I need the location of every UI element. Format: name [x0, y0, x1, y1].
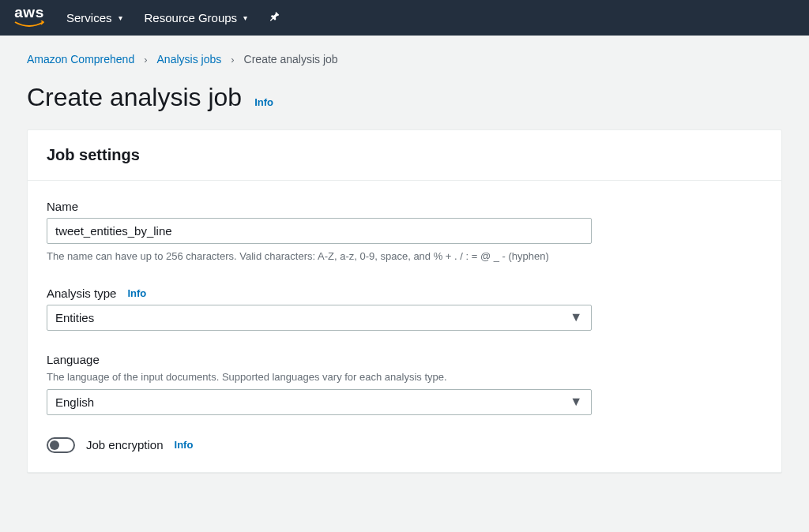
- page-title: Create analysis job: [27, 83, 242, 112]
- name-hint: The name can have up to 256 characters. …: [47, 249, 762, 264]
- job-settings-panel: Job settings Name The name can have up t…: [27, 129, 782, 473]
- analysis-type-info-link[interactable]: Info: [127, 287, 146, 299]
- analysis-type-value[interactable]: Entities: [47, 305, 592, 331]
- breadcrumb-link-comprehend[interactable]: Amazon Comprehend: [27, 53, 134, 66]
- toggle-knob: [50, 440, 59, 450]
- chevron-down-icon: ▾: [119, 13, 122, 22]
- field-name: Name The name can have up to 256 charact…: [47, 200, 762, 264]
- breadcrumb-current: Create analysis job: [244, 53, 338, 66]
- analysis-type-label: Analysis type: [47, 287, 116, 300]
- language-desc: The language of the input documents. Sup…: [47, 371, 762, 383]
- analysis-type-select[interactable]: Entities ▼: [47, 305, 592, 331]
- language-select[interactable]: English ▼: [47, 389, 592, 415]
- resource-groups-label: Resource Groups: [145, 11, 238, 24]
- top-navbar: aws Services ▾ Resource Groups ▾: [0, 0, 809, 36]
- aws-smile-icon: [14, 18, 44, 31]
- main-content: Amazon Comprehend › Analysis jobs › Crea…: [0, 36, 809, 490]
- panel-title: Job settings: [47, 146, 762, 164]
- aws-logo[interactable]: aws: [14, 5, 44, 31]
- panel-header: Job settings: [28, 130, 781, 181]
- pin-icon[interactable]: [269, 11, 280, 25]
- field-encryption: Job encryption Info: [47, 437, 762, 453]
- breadcrumb-link-analysis-jobs[interactable]: Analysis jobs: [157, 53, 222, 66]
- chevron-right-icon: ›: [231, 54, 234, 66]
- field-language: Language The language of the input docum…: [47, 353, 762, 415]
- encryption-toggle[interactable]: [47, 437, 75, 453]
- resource-groups-menu[interactable]: Resource Groups ▾: [145, 11, 248, 24]
- page-info-link[interactable]: Info: [254, 96, 273, 108]
- chevron-right-icon: ›: [144, 54, 147, 66]
- field-analysis-type: Analysis type Info Entities ▼: [47, 287, 762, 331]
- name-input[interactable]: [47, 218, 592, 244]
- breadcrumb: Amazon Comprehend › Analysis jobs › Crea…: [27, 53, 782, 66]
- chevron-down-icon: ▾: [243, 13, 247, 22]
- encryption-info-link[interactable]: Info: [175, 439, 194, 451]
- page-title-row: Create analysis job Info: [27, 83, 782, 112]
- panel-body: Name The name can have up to 256 charact…: [28, 181, 781, 472]
- name-label: Name: [47, 200, 78, 213]
- language-value[interactable]: English: [47, 389, 592, 415]
- services-label: Services: [66, 11, 112, 24]
- services-menu[interactable]: Services ▾: [66, 11, 122, 24]
- encryption-label: Job encryption: [86, 438, 164, 451]
- language-label: Language: [47, 353, 100, 366]
